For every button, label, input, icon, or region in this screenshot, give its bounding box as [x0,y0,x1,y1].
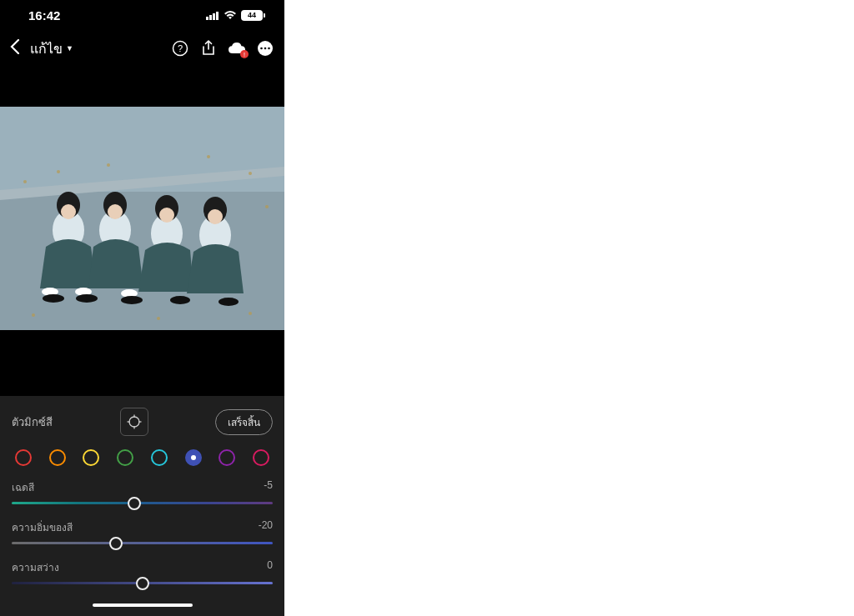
canvas-margin-top [0,67,284,107]
svg-point-8 [264,48,267,50]
color-swatch-magenta[interactable] [253,449,269,466]
luminance-label: ความสว่าง [12,559,59,575]
svg-point-23 [208,209,223,224]
hue-slider-thumb[interactable] [128,497,141,510]
alert-badge-icon: ! [240,50,249,58]
svg-point-20 [61,204,76,219]
battery-indicator: 44 [241,10,263,21]
hue-slider[interactable] [12,502,273,504]
photo-canvas[interactable] [0,107,284,330]
svg-text:?: ? [178,43,183,53]
color-swatch-orange[interactable] [49,449,66,466]
canvas-margin-bottom [0,330,284,396]
luminance-slider-thumb[interactable] [136,577,149,590]
back-button[interactable] [10,39,20,58]
svg-point-41 [129,417,139,427]
status-time: 16:42 [28,8,60,23]
svg-rect-2 [213,13,215,20]
saturation-slider-thumb[interactable] [109,537,123,550]
color-swatch-blue[interactable] [185,449,202,466]
hue-value: -5 [264,479,273,495]
svg-rect-0 [206,17,208,20]
svg-point-21 [108,204,123,219]
color-swatch-red[interactable] [15,449,32,466]
svg-point-35 [207,155,210,158]
done-button[interactable]: เสร็จสิ้น [215,409,273,435]
app-toolbar: แก้ไข ▼ ? ! [0,30,284,67]
share-icon[interactable] [199,39,218,58]
svg-rect-1 [209,15,212,20]
status-right: 44 [206,8,263,23]
wifi-icon [224,8,237,23]
cellular-icon [206,8,219,23]
svg-point-40 [249,312,252,315]
help-icon[interactable]: ? [171,39,189,58]
more-icon[interactable] [256,39,274,58]
panel-title: ตัวมิกซ์สี [12,413,53,431]
svg-point-22 [159,208,174,223]
svg-point-7 [260,48,263,50]
svg-point-37 [265,205,269,208]
svg-point-29 [121,296,143,304]
hue-label: เฉดสี [12,479,34,495]
svg-point-27 [43,294,64,303]
chevron-down-icon: ▼ [66,44,73,53]
svg-point-28 [76,294,98,303]
svg-point-9 [268,48,270,50]
svg-point-30 [170,296,190,304]
color-swatch-purple[interactable] [219,449,235,466]
hue-slider-row: เฉดสี -5 [12,479,273,504]
luminance-slider-row: ความสว่าง 0 [12,559,273,584]
svg-point-38 [32,313,35,317]
phone-screen: 16:42 44 แก้ไข ▼ ? [0,0,284,616]
status-bar: 16:42 44 [0,0,284,30]
luminance-slider[interactable] [12,582,273,584]
color-swatch-aqua[interactable] [151,449,168,466]
color-mix-panel: ตัวมิกซ์สี เสร็จสิ้น เฉดสี -5 ความอิ่มขอ… [0,396,284,594]
svg-point-31 [219,298,239,306]
color-swatch-yellow[interactable] [83,449,99,466]
svg-point-34 [107,163,110,167]
luminance-value: 0 [267,559,273,575]
edit-mode-dropdown[interactable]: แก้ไข ▼ [30,38,73,59]
svg-rect-3 [216,12,219,20]
saturation-slider[interactable] [12,542,273,544]
saturation-slider-row: ความอิ่มของสี -20 [12,519,273,544]
svg-point-39 [157,317,160,320]
svg-point-32 [23,180,27,183]
edit-mode-label: แก้ไข [30,38,63,59]
saturation-value: -20 [259,519,273,535]
home-indicator-area [0,594,284,616]
svg-point-36 [249,172,252,175]
home-indicator[interactable] [93,603,193,607]
svg-rect-11 [0,192,284,330]
saturation-label: ความอิ่มของสี [12,519,73,535]
svg-point-33 [57,170,60,173]
target-adjust-button[interactable] [120,408,148,436]
color-selector-row [12,449,273,471]
cloud-sync-icon[interactable]: ! [228,39,246,58]
color-swatch-green[interactable] [117,449,133,466]
